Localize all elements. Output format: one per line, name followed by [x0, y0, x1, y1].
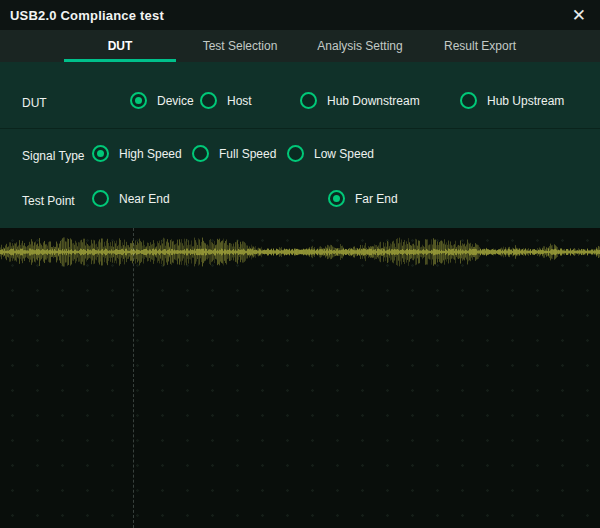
- form-row-dut: DUT Device Host Hub Downstream Hub Upstr…: [0, 92, 600, 114]
- tab-label: Result Export: [444, 39, 516, 53]
- row-label-signal-type: Signal Type: [22, 149, 85, 163]
- waveform-display: [0, 228, 600, 284]
- radio-hub-downstream[interactable]: Hub Downstream: [300, 92, 420, 109]
- radio-hub-upstream[interactable]: Hub Upstream: [460, 92, 564, 109]
- radio-label: High Speed: [119, 147, 182, 161]
- radio-button-icon: [92, 190, 109, 207]
- radio-high-speed[interactable]: High Speed: [92, 145, 182, 162]
- radio-button-icon: [200, 92, 217, 109]
- form-row-signal-type: Signal Type High Speed Full Speed Low Sp…: [0, 145, 600, 167]
- radio-device[interactable]: Device: [130, 92, 194, 109]
- dialog-title: USB2.0 Compliance test: [10, 8, 164, 23]
- tab-label: DUT: [108, 39, 133, 53]
- radio-button-icon: [192, 145, 209, 162]
- radio-near-end[interactable]: Near End: [92, 190, 170, 207]
- cursor-dashed-line: [133, 228, 134, 528]
- form-row-test-point: Test Point Near End Far End: [0, 190, 600, 212]
- tab-analysis-setting[interactable]: Analysis Setting: [300, 30, 420, 62]
- radio-low-speed[interactable]: Low Speed: [287, 145, 374, 162]
- row-label-dut: DUT: [22, 96, 47, 110]
- radio-label: Full Speed: [219, 147, 276, 161]
- scope-display-area: [0, 228, 600, 528]
- radio-label: Host: [227, 94, 252, 108]
- radio-label: Hub Upstream: [487, 94, 564, 108]
- tab-bar: DUT Test Selection Analysis Setting Resu…: [0, 30, 600, 62]
- row-label-test-point: Test Point: [22, 194, 75, 208]
- radio-full-speed[interactable]: Full Speed: [192, 145, 276, 162]
- radio-label: Hub Downstream: [327, 94, 420, 108]
- tab-test-selection[interactable]: Test Selection: [180, 30, 300, 62]
- title-bar: USB2.0 Compliance test ✕: [0, 0, 600, 30]
- radio-button-icon: [300, 92, 317, 109]
- dialog-body: DUT Device Host Hub Downstream Hub Upstr…: [0, 62, 600, 228]
- radio-host[interactable]: Host: [200, 92, 252, 109]
- radio-button-icon: [92, 145, 109, 162]
- radio-label: Device: [157, 94, 194, 108]
- tab-label: Analysis Setting: [317, 39, 402, 53]
- radio-button-icon: [328, 190, 345, 207]
- radio-far-end[interactable]: Far End: [328, 190, 398, 207]
- radio-label: Low Speed: [314, 147, 374, 161]
- radio-label: Near End: [119, 192, 170, 206]
- close-icon[interactable]: ✕: [568, 5, 590, 26]
- usb-compliance-dialog: USB2.0 Compliance test ✕ DUT Test Select…: [0, 0, 600, 528]
- radio-button-icon: [130, 92, 147, 109]
- tab-result-export[interactable]: Result Export: [420, 30, 540, 62]
- divider: [0, 128, 600, 129]
- tab-dut[interactable]: DUT: [60, 30, 180, 62]
- radio-button-icon: [287, 145, 304, 162]
- radio-label: Far End: [355, 192, 398, 206]
- radio-button-icon: [460, 92, 477, 109]
- tab-label: Test Selection: [203, 39, 278, 53]
